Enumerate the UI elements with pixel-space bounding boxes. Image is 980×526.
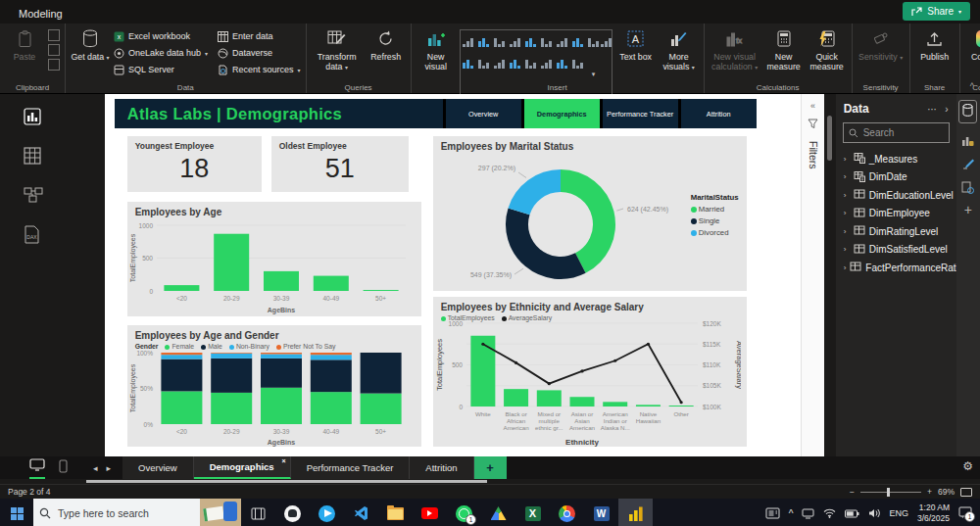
gallery-visual-icon[interactable] [510, 59, 521, 69]
field--measures[interactable]: ›_Measures [836, 150, 956, 168]
line-point-asian-or-asian-american[interactable] [580, 369, 583, 372]
gallery-visual-icon[interactable] [510, 37, 521, 47]
volume-icon[interactable] [868, 508, 880, 518]
menu-modeling[interactable]: Modeling [8, 4, 74, 23]
visual-employees-by-age[interactable]: Employees by Age 05001000<2020-2930-3940… [127, 202, 421, 316]
gallery-visual-icon[interactable] [557, 37, 568, 47]
table-view-icon[interactable] [24, 147, 41, 165]
bar--20[interactable] [164, 285, 199, 291]
segment-30-39-male[interactable] [261, 359, 302, 388]
page-tab-overview[interactable]: Overview [122, 456, 194, 479]
visual-employees-by-age-and-gender[interactable]: Employees by Age and Gender GenderFemale… [127, 325, 421, 447]
format-visual-icon[interactable] [961, 158, 974, 170]
horizontal-scrollbar[interactable] [86, 480, 487, 483]
segment-20-29-male[interactable] [211, 359, 252, 393]
zoom-in-icon[interactable]: + [927, 487, 932, 497]
segment-50--male[interactable] [360, 353, 401, 394]
data-search-input[interactable]: Search [843, 122, 950, 143]
recent-sources-button[interactable]: Recent sources ▾ [218, 62, 301, 77]
gallery-visual-icon[interactable] [494, 37, 506, 47]
segment-40-49-male[interactable] [310, 359, 351, 392]
vscode-icon[interactable] [344, 499, 378, 526]
visual-employees-by-marital-status[interactable]: Employees by Marital Status 624 (42.45%)… [433, 136, 747, 291]
expand-field-icon[interactable]: › [844, 155, 850, 164]
legend-item-married[interactable]: Married [691, 205, 739, 214]
word-icon[interactable]: W [584, 499, 618, 526]
copy-icon[interactable] [48, 44, 60, 56]
close-page-icon[interactable]: × [282, 457, 286, 464]
bar-mixed-or-multiple-ethnic-gr-[interactable] [536, 390, 561, 406]
github-icon[interactable] [275, 499, 310, 526]
field-dimsatisfiedlevel[interactable]: ›DimSatisfiedLevel [836, 241, 956, 260]
zoom-out-icon[interactable]: − [850, 487, 855, 497]
more-options-icon[interactable]: ⋯ [927, 104, 937, 115]
donut-slice-single[interactable] [506, 208, 586, 279]
google-drive-icon[interactable] [481, 499, 515, 526]
line-point-native-hawaiian[interactable] [647, 343, 650, 346]
refresh-button[interactable]: Refresh [367, 26, 406, 62]
segment-20-29-female[interactable] [211, 393, 252, 424]
gallery-visual-icon[interactable] [588, 37, 600, 47]
text-box-button[interactable]: A Text box [616, 26, 656, 62]
expand-field-icon[interactable]: › [844, 209, 850, 217]
collapse-pane-icon[interactable]: › [945, 104, 948, 115]
expand-field-icon[interactable]: › [844, 245, 850, 254]
publish-button[interactable]: Publish [915, 26, 955, 62]
onelake-data-hub-button[interactable]: OneLake data hub ▾ [114, 45, 208, 61]
report-nav-performance-tracker[interactable]: Performance Tracker [603, 99, 678, 128]
gallery-visual-icon[interactable] [541, 59, 553, 69]
youtube-icon[interactable] [413, 499, 447, 526]
hidden-icons-chevron[interactable]: ^ [789, 508, 794, 519]
legend-item-female[interactable]: Female [165, 343, 194, 350]
segment--20-male[interactable] [161, 359, 202, 392]
data-pane-icon[interactable] [958, 100, 977, 123]
cut-icon[interactable] [48, 29, 60, 41]
new-visual-button[interactable]: New visual [416, 26, 456, 72]
clock[interactable]: 1:20 AM3/6/2025 [917, 502, 950, 523]
gallery-visual-icon[interactable] [463, 37, 474, 47]
legend-item-averagesalary[interactable]: AverageSalary [502, 314, 552, 321]
whatsapp-icon[interactable]: 1 [447, 499, 481, 526]
sql-server-button[interactable]: SQL Server [114, 62, 208, 77]
new-page-button[interactable]: + [474, 456, 507, 479]
field-dimeducationlevel[interactable]: ›DimEducationLevel [836, 186, 956, 205]
gallery-visual-icon[interactable] [541, 37, 553, 47]
vertical-scrollbar[interactable] [827, 116, 832, 161]
quick-measure-button[interactable]: Quick measure [808, 26, 847, 72]
analytics-icon[interactable] [961, 181, 974, 194]
gallery-visual-icon[interactable] [557, 59, 568, 69]
report-nav-overview[interactable]: Overview [446, 99, 521, 128]
segment--20-prefer-not-to-say[interactable] [161, 353, 202, 355]
excel-icon[interactable]: X [515, 499, 550, 526]
file-explorer-icon[interactable] [378, 499, 413, 526]
card-oldest-employee[interactable]: Oldest Employee 51 [271, 136, 409, 192]
line-point-black-or-african-american[interactable] [514, 361, 517, 364]
bar-native-hawaiian[interactable] [636, 405, 661, 406]
visual-employees-by-ethnicity-and-salary[interactable]: Employees by Ethnicity and Average Salar… [433, 297, 747, 447]
legend-item-male[interactable]: Male [201, 343, 222, 350]
bar-white[interactable] [470, 336, 495, 406]
card-youngest-employee[interactable]: Youngest Employee 18 [127, 136, 262, 192]
report-view-icon[interactable] [24, 108, 41, 125]
bar-20-29[interactable] [214, 234, 249, 291]
add-pane-icon[interactable]: + [964, 205, 972, 215]
segment-40-49-non-binary[interactable] [310, 355, 351, 359]
bar-50-[interactable] [363, 290, 398, 291]
line-point-american-indian-or-alaska-n-[interactable] [613, 359, 616, 362]
desktop-layout-icon[interactable] [29, 457, 45, 479]
segment--20-non-binary[interactable] [161, 355, 202, 359]
expand-field-icon[interactable]: › [844, 191, 850, 200]
bar-40-49[interactable] [313, 276, 348, 291]
share-button[interactable]: Share▾ [903, 2, 970, 21]
report-nav-demographics[interactable]: Demographics [524, 99, 600, 128]
format-painter-icon[interactable] [48, 59, 60, 71]
gallery-visual-icon[interactable] [494, 59, 506, 69]
line-point-white[interactable] [481, 343, 484, 346]
gallery-visual-icon[interactable] [478, 37, 490, 47]
prev-page-icon[interactable]: ◂ [93, 463, 98, 473]
gallery-visual-icon[interactable] [601, 37, 612, 47]
legend-item-divorced[interactable]: Divorced [691, 228, 739, 237]
dataverse-button[interactable]: Dataverse [218, 45, 301, 61]
start-button[interactable] [0, 507, 33, 520]
telegram-icon[interactable] [310, 499, 344, 526]
